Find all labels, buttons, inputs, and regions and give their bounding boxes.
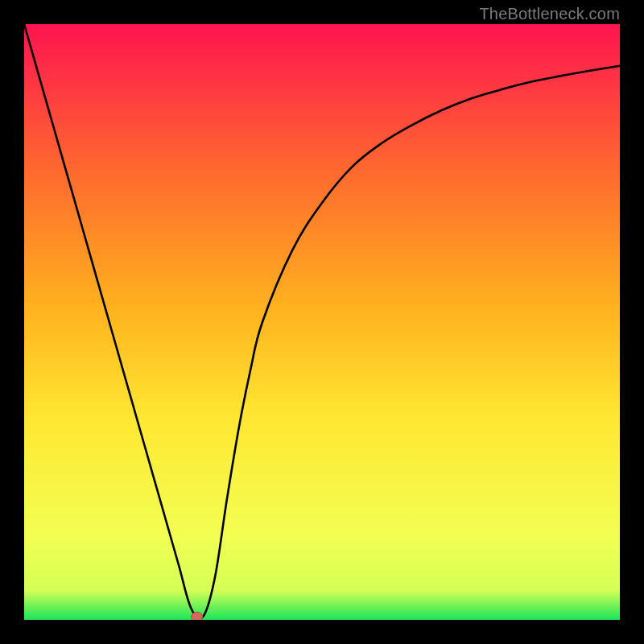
- gradient-bg: [24, 24, 620, 620]
- chart-frame: TheBottleneck.com: [0, 0, 644, 644]
- watermark-text: TheBottleneck.com: [479, 5, 620, 23]
- plot-area: [24, 24, 620, 620]
- chart-svg: [24, 24, 620, 620]
- min-marker: [192, 612, 203, 620]
